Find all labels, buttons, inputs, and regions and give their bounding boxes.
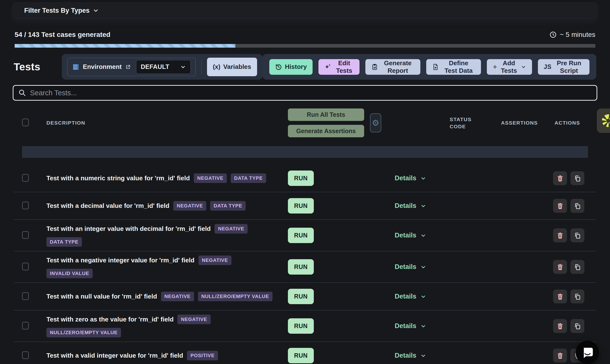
run-button[interactable]: RUN xyxy=(288,198,314,213)
js-icon: JS xyxy=(544,63,552,70)
filter-tests-bar[interactable]: Filter Tests By Types xyxy=(13,2,597,19)
test-description: Test with zero as the value for 'rm_id' … xyxy=(46,316,173,323)
search-bar xyxy=(13,85,597,101)
chat-launcher-button[interactable] xyxy=(576,341,599,364)
pre-run-script-button[interactable]: JS Pre Run Script xyxy=(538,59,589,75)
duplicate-test-button[interactable] xyxy=(570,171,584,185)
row-checkbox[interactable] xyxy=(22,322,29,330)
row-checkbox[interactable] xyxy=(22,202,29,209)
generate-assertions-button[interactable]: Generate Assertions xyxy=(288,125,364,137)
run-button[interactable]: RUN xyxy=(288,259,314,274)
table-row: Test with zero as the value for 'rm_id' … xyxy=(14,311,596,342)
copy-icon xyxy=(574,293,581,300)
run-button[interactable]: RUN xyxy=(288,318,314,334)
table-row: Test with a null value for 'rm_id' field… xyxy=(14,283,596,311)
description-cell: Test with a numeric string value for 'rm… xyxy=(46,169,288,187)
duplicate-test-button[interactable] xyxy=(570,228,584,242)
add-tests-button[interactable]: + Add Tests xyxy=(487,59,532,75)
test-type-badge: NEGATIVE xyxy=(214,224,248,234)
test-description: Test with a valid integer value for 'rm_… xyxy=(46,352,183,359)
row-checkbox[interactable] xyxy=(22,263,29,271)
define-test-data-button[interactable]: Define Test Data xyxy=(426,59,481,75)
table-row: Test with an integer value with decimal … xyxy=(14,220,596,251)
edit-tests-button[interactable]: Edit Tests xyxy=(318,59,359,75)
run-all-tests-button[interactable]: Run All Tests xyxy=(288,108,364,121)
environment-group: Environment DEFAULT (x) Variables xyxy=(62,54,263,80)
history-button[interactable]: History xyxy=(269,59,313,75)
delete-test-button[interactable] xyxy=(553,171,567,185)
sparkles-icon xyxy=(324,63,332,71)
details-button[interactable]: Details xyxy=(395,202,426,210)
row-checkbox[interactable] xyxy=(22,174,29,182)
copy-icon xyxy=(574,323,581,330)
row-checkbox[interactable] xyxy=(22,351,29,359)
details-button[interactable]: Details xyxy=(395,263,426,271)
variables-label: Variables xyxy=(223,63,251,71)
test-type-badge: NEGATIVE xyxy=(199,256,231,265)
description-column-header: DESCRIPTION xyxy=(46,119,288,126)
description-cell: Test with a null value for 'rm_id' field… xyxy=(46,288,288,305)
tests-toolbar: Tests Environment DEFAULT xyxy=(14,54,596,80)
chat-bubble-icon xyxy=(581,346,594,359)
run-button[interactable]: RUN xyxy=(288,348,314,363)
description-cell: Test with zero as the value for 'rm_id' … xyxy=(46,311,288,341)
test-type-badge: INVALID VALUE xyxy=(46,269,93,278)
delete-test-button[interactable] xyxy=(553,319,567,333)
run-button[interactable]: RUN xyxy=(288,228,314,243)
duplicate-test-button[interactable] xyxy=(570,260,584,274)
test-type-badge: DATA TYPE xyxy=(231,173,266,183)
trash-icon xyxy=(557,293,564,300)
copy-icon xyxy=(574,202,581,210)
progress-bar-fill xyxy=(15,44,235,48)
external-link-icon[interactable] xyxy=(125,64,131,70)
details-button-label: Details xyxy=(395,263,416,271)
delete-test-button[interactable] xyxy=(553,228,567,242)
duplicate-test-button[interactable] xyxy=(570,289,584,303)
environment-select[interactable]: DEFAULT xyxy=(136,60,191,74)
search-icon xyxy=(18,89,26,97)
run-settings-button[interactable]: ⚙ xyxy=(370,113,381,132)
delete-test-button[interactable] xyxy=(553,199,567,213)
trash-icon xyxy=(557,232,564,239)
history-label: History xyxy=(285,63,307,71)
test-type-badge: POSITIVE xyxy=(187,351,218,360)
delete-test-button[interactable] xyxy=(553,289,567,303)
table-row: Test with a valid integer value for 'rm_… xyxy=(14,342,596,364)
test-type-badge: DATA TYPE xyxy=(210,201,246,211)
progress-bar xyxy=(15,44,595,48)
generate-report-button[interactable]: Generate Report xyxy=(365,59,420,75)
delete-test-button[interactable] xyxy=(553,349,567,363)
test-description: Test with a null value for 'rm_id' field xyxy=(46,293,157,300)
select-all-checkbox[interactable] xyxy=(22,118,29,126)
filter-tests-label: Filter Tests By Types xyxy=(24,7,90,14)
test-description: Test with an integer value with decimal … xyxy=(46,225,211,233)
details-button[interactable]: Details xyxy=(395,352,426,359)
details-button[interactable]: Details xyxy=(395,322,426,330)
run-button[interactable]: RUN xyxy=(288,289,314,304)
test-type-badge: DATA TYPE xyxy=(46,237,82,247)
status-code-column-header: STATUS CODE xyxy=(450,116,484,130)
chevron-down-icon xyxy=(420,264,426,270)
row-checkbox[interactable] xyxy=(22,231,29,239)
run-button[interactable]: RUN xyxy=(288,170,314,186)
trash-icon xyxy=(557,202,564,210)
file-plus-icon xyxy=(432,64,439,70)
plus-icon: + xyxy=(493,63,497,71)
assistant-spark-button[interactable] xyxy=(597,108,610,133)
row-checkbox[interactable] xyxy=(22,292,29,300)
details-button[interactable]: Details xyxy=(395,293,426,300)
clock-icon xyxy=(549,31,557,38)
details-button[interactable]: Details xyxy=(395,174,426,182)
details-button[interactable]: Details xyxy=(395,232,426,239)
duplicate-test-button[interactable] xyxy=(570,319,584,333)
asterisk-burst-icon xyxy=(601,113,610,128)
test-type-badge: NEGATIVE xyxy=(173,201,206,211)
delete-test-button[interactable] xyxy=(553,260,567,274)
test-description: Test with a numeric string value for 'rm… xyxy=(46,174,190,182)
duplicate-test-button[interactable] xyxy=(570,199,584,213)
search-input[interactable] xyxy=(30,89,592,97)
tests-page: Filter Tests By Types 54 / 143 Test case… xyxy=(0,0,610,364)
toolbar-actions: History Edit Tests Generate Report xyxy=(263,54,596,80)
chevron-down-icon xyxy=(420,323,426,329)
variables-button[interactable]: (x) Variables xyxy=(207,58,257,76)
